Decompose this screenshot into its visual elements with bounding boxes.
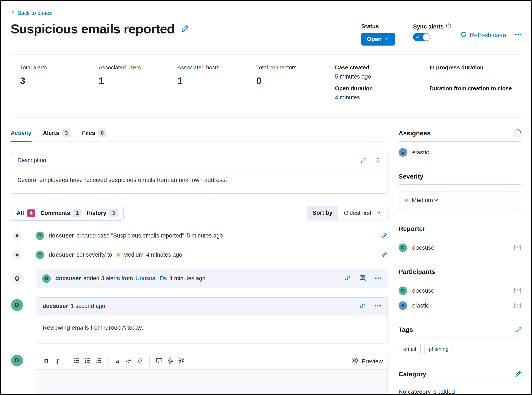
case-detail-screen: Back to cases Suspicious emails reported… xyxy=(0,0,532,395)
sync-alerts-label: Sync alerts xyxy=(413,23,444,30)
metric-duration-column: In progress duration — Duration from cre… xyxy=(430,64,512,106)
collapse-description-button[interactable] xyxy=(375,157,381,164)
ordered-list-button[interactable] xyxy=(82,356,93,367)
category-section: Category No category is added xyxy=(399,371,521,395)
status-group: Status Open xyxy=(361,23,395,45)
code-button[interactable]: </> xyxy=(123,356,134,367)
comment-text: Reviewing emails from Group A today. xyxy=(36,315,388,343)
case-tabs: Activity Alerts 3 Files 0 xyxy=(11,129,388,142)
severity-select[interactable]: Medium xyxy=(399,192,521,209)
pencil-icon xyxy=(360,157,367,164)
severity-dot xyxy=(405,198,408,202)
back-to-cases-link[interactable]: Back to cases xyxy=(11,10,52,16)
participants-title: Participants xyxy=(399,268,435,275)
activity-timeline: D docsuser created case "Suspicious emai… xyxy=(11,231,388,395)
sort-by-label: Sort by xyxy=(307,206,338,220)
avatar: D xyxy=(11,299,23,311)
event-actions-menu-button[interactable] xyxy=(375,275,382,282)
avatar: D xyxy=(36,251,44,259)
all-count-badge: 4 xyxy=(27,209,35,217)
pencil-icon xyxy=(515,371,521,378)
envelope-icon xyxy=(514,287,521,295)
toolbar-divider xyxy=(149,357,150,366)
fold-icon xyxy=(375,157,381,164)
participants-section: Participants D docsuser E elastic xyxy=(399,268,521,310)
sync-alerts-group: Sync alerts xyxy=(413,23,451,41)
alerts-count-badge: 3 xyxy=(62,129,71,137)
metric-total-connectors: Total connectors 0 xyxy=(256,64,335,106)
tab-files[interactable]: Files 0 xyxy=(82,129,106,142)
refresh-case-button[interactable]: Refresh case xyxy=(460,31,506,39)
comment-card: docsuser 1 second ago Reviewing emails f… xyxy=(36,297,388,344)
bell-icon xyxy=(11,273,23,284)
help-icon[interactable] xyxy=(446,23,451,30)
italic-button[interactable]: I xyxy=(52,356,63,367)
copy-link-button[interactable] xyxy=(359,302,366,310)
add-timeline-comment-button[interactable] xyxy=(154,356,165,367)
status-dropdown-button[interactable]: Open xyxy=(361,33,395,45)
copy-link-button[interactable] xyxy=(381,232,388,239)
participant-row: D docsuser xyxy=(399,286,521,295)
comment-input[interactable] xyxy=(36,370,388,395)
status-label: Status xyxy=(361,23,395,30)
edit-tags-button[interactable] xyxy=(515,326,521,333)
task-list-button[interactable] xyxy=(93,356,104,367)
filter-comments[interactable]: Comments 1 xyxy=(40,209,82,217)
tab-activity[interactable]: Activity xyxy=(11,129,32,142)
reporter-row: D docsuser xyxy=(399,243,521,252)
edit-category-button[interactable] xyxy=(515,371,521,378)
insert-timeline-button[interactable] xyxy=(176,356,187,367)
refresh-label: Refresh case xyxy=(470,32,506,39)
ellipsis-icon xyxy=(375,275,382,282)
pencil-icon xyxy=(515,326,521,333)
tags-section: Tags email phishing xyxy=(399,326,521,354)
category-empty-text: No category is added xyxy=(399,388,521,395)
email-user-button[interactable] xyxy=(514,287,521,295)
swirl-icon xyxy=(178,357,185,365)
copy-link-button[interactable] xyxy=(381,251,388,258)
unordered-list-button[interactable] xyxy=(71,356,82,367)
metric-created-column: Case created 5 minutes ago Open duration… xyxy=(335,64,430,106)
avatar: E xyxy=(399,301,407,310)
bold-button[interactable]: B xyxy=(41,356,52,367)
activity-filter-group: All 4 Comments 1 History 3 xyxy=(11,206,124,221)
comments-count-badge: 1 xyxy=(73,209,81,217)
unusual-ids-link[interactable]: Unusual IDs xyxy=(136,275,167,282)
tab-alerts[interactable]: Alerts 3 xyxy=(43,129,71,142)
edit-title-button[interactable] xyxy=(181,25,189,33)
filter-history[interactable]: History 3 xyxy=(87,209,118,217)
timeline-node-dot xyxy=(12,250,22,260)
severity-dot xyxy=(116,253,120,257)
category-title: Category xyxy=(399,371,426,378)
envelope-icon xyxy=(514,302,521,310)
hierarchy-icon xyxy=(167,357,173,365)
link-icon xyxy=(344,275,351,282)
email-user-button[interactable] xyxy=(514,244,521,252)
tag-badge: phishing xyxy=(424,344,453,354)
chevron-down-icon xyxy=(384,36,389,43)
comment-actions-menu-button[interactable] xyxy=(374,302,381,310)
description-title: Description xyxy=(17,157,46,164)
investigate-in-timeline-button[interactable] xyxy=(359,275,366,282)
edit-description-button[interactable] xyxy=(360,157,367,164)
case-actions-menu-button[interactable] xyxy=(515,31,521,38)
inspect-icon xyxy=(359,275,366,282)
preview-button[interactable]: Preview xyxy=(351,357,383,365)
metric-total-alerts: Total alerts 3 xyxy=(20,64,99,106)
assignees-section: Assignees E elastic xyxy=(399,129,521,157)
pencil-icon xyxy=(181,25,189,33)
severity-section: Severity Medium xyxy=(399,173,521,209)
tags-title: Tags xyxy=(399,326,413,333)
sync-alerts-toggle[interactable] xyxy=(413,33,430,41)
copy-link-button[interactable] xyxy=(344,275,351,282)
insert-link-button[interactable] xyxy=(134,356,146,367)
avatar: D xyxy=(399,286,407,295)
email-user-button[interactable] xyxy=(514,302,521,310)
sort-order-select[interactable]: Sort by Oldest first xyxy=(307,206,388,220)
filter-all[interactable]: All 4 xyxy=(16,209,35,217)
quote-button[interactable]: “ xyxy=(112,356,123,367)
refresh-icon xyxy=(460,31,467,39)
link-icon xyxy=(381,251,388,258)
insert-lens-button[interactable] xyxy=(165,356,176,367)
chevron-left-icon xyxy=(11,10,15,16)
